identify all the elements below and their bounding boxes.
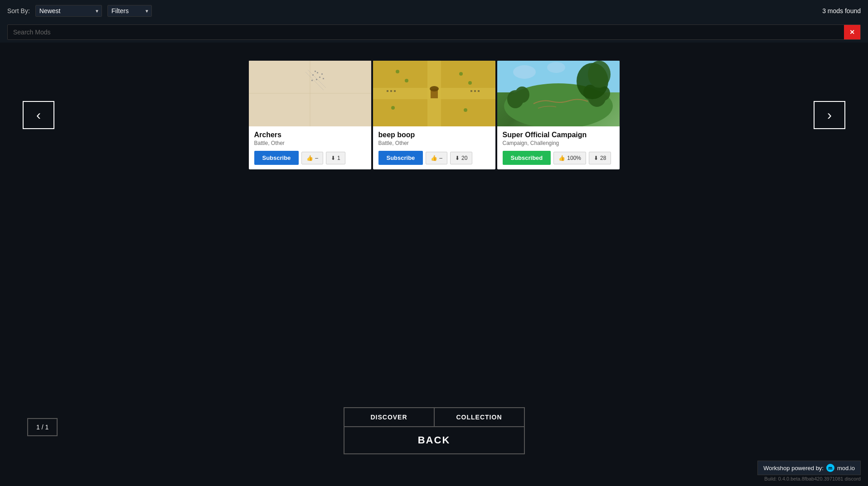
svg-rect-5 (315, 71, 316, 72)
svg-point-40 (547, 62, 565, 73)
modio-logo: m (826, 464, 834, 472)
subscribe-button-archers[interactable]: Subscribe (254, 151, 299, 165)
card-image-archers (249, 61, 371, 126)
left-arrow-icon: ‹ (36, 107, 41, 123)
download-icon-campaign: ⬇ (594, 155, 598, 161)
nav-tabs: DISCOVER COLLECTION (344, 407, 525, 427)
card-body-campaign: Super Official Campaign Campaign, Challe… (497, 126, 620, 169)
svg-rect-18 (396, 70, 399, 73)
svg-rect-9 (311, 80, 313, 81)
svg-rect-29 (478, 90, 480, 92)
svg-rect-26 (394, 90, 396, 92)
likes-button-archers[interactable]: 👍 – (301, 152, 323, 164)
card-body-archers: Archers Battle, Other Subscribe 👍 – ⬇ 1 (249, 126, 371, 169)
filter-dropdown[interactable]: Filters All Battle Campaign Other (107, 5, 152, 17)
svg-rect-10 (323, 78, 324, 79)
thumbs-up-icon-campaign: 👍 (558, 155, 565, 161)
prev-page-button[interactable]: ‹ (23, 101, 54, 129)
svg-rect-6 (319, 77, 320, 78)
card-actions-archers: Subscribe 👍 – ⬇ 1 (254, 151, 366, 165)
subscribe-button-beepboop[interactable]: Subscribe (378, 151, 423, 165)
downloads-count-archers: 1 (337, 155, 340, 161)
svg-rect-22 (391, 106, 395, 110)
card-title-archers: Archers (254, 131, 366, 139)
likes-button-campaign[interactable]: 👍 100% (553, 152, 586, 164)
downloads-button-archers[interactable]: ⬇ 1 (326, 152, 345, 164)
svg-point-38 (588, 61, 611, 88)
download-icon-beepboop: ⬇ (455, 155, 460, 161)
page-indicator: 1 / 1 (27, 418, 58, 436)
svg-rect-27 (470, 90, 472, 92)
subscribed-button-campaign[interactable]: Subscribed (503, 151, 551, 165)
powered-by-label: Workshop powered by: (763, 465, 824, 472)
downloads-button-campaign[interactable]: ⬇ 28 (589, 152, 611, 164)
collection-tab[interactable]: COLLECTION (434, 407, 525, 427)
card-tags-archers: Battle, Other (254, 140, 366, 146)
sort-dropdown[interactable]: Newest Top Rated Most Downloaded (35, 5, 102, 17)
downloads-count-beepboop: 20 (461, 155, 467, 161)
sort-dropdown-wrapper[interactable]: Newest Top Rated Most Downloaded (35, 5, 102, 17)
card-image-campaign (497, 61, 620, 126)
main-content: ‹ (0, 52, 868, 178)
svg-rect-23 (464, 108, 467, 112)
search-input[interactable] (8, 25, 844, 39)
discover-tab[interactable]: DISCOVER (344, 407, 434, 427)
downloads-count-campaign: 28 (600, 155, 606, 161)
svg-rect-19 (405, 79, 408, 82)
likes-button-beepboop[interactable]: 👍 – (426, 152, 447, 164)
svg-point-33 (515, 87, 529, 103)
search-clear-button[interactable]: ✕ (844, 25, 860, 39)
header-toolbar: Sort By: Newest Top Rated Most Downloade… (0, 0, 868, 22)
card-title-beepboop: beep boop (378, 131, 490, 139)
build-info: Build: 0.4.0.beta.8fbab420.3971081 disco… (764, 476, 861, 481)
svg-rect-20 (459, 72, 463, 76)
card-actions-beepboop: Subscribe 👍 – ⬇ 20 (378, 151, 490, 165)
card-image-beepboop (373, 61, 495, 126)
likes-count-archers: – (315, 155, 318, 161)
cards-container: Archers Battle, Other Subscribe 👍 – ⬇ 1 (248, 61, 621, 169)
svg-rect-21 (468, 81, 472, 85)
mod-card-archers: Archers Battle, Other Subscribe 👍 – ⬇ 1 (249, 61, 371, 169)
thumbs-up-icon-beepboop: 👍 (431, 155, 437, 161)
download-icon-archers: ⬇ (331, 155, 335, 161)
card-tags-beepboop: Battle, Other (378, 140, 490, 146)
card-actions-campaign: Subscribed 👍 100% ⬇ 28 (503, 151, 614, 165)
bottom-navigation: DISCOVER COLLECTION BACK (344, 407, 525, 454)
search-wrapper: ✕ (7, 24, 861, 40)
search-bar: ✕ (0, 22, 868, 43)
mod-card-beepboop: beep boop Battle, Other Subscribe 👍 – ⬇ … (373, 61, 495, 169)
mod-card-campaign: Super Official Campaign Campaign, Challe… (497, 61, 620, 169)
svg-point-17 (430, 86, 439, 91)
thumbs-up-icon: 👍 (306, 155, 313, 161)
downloads-button-beepboop[interactable]: ⬇ 20 (450, 152, 472, 164)
footer: Workshop powered by: m mod.io Build: 0.4… (757, 461, 861, 481)
sort-label: Sort By: (7, 7, 30, 14)
likes-count-beepboop: – (439, 155, 442, 161)
svg-rect-8 (321, 73, 323, 75)
right-arrow-icon: › (827, 107, 832, 123)
mods-found-label: 3 mods found (822, 7, 861, 14)
powered-by-badge: Workshop powered by: m mod.io (757, 461, 861, 475)
next-page-button[interactable]: › (814, 101, 845, 129)
svg-rect-25 (390, 90, 392, 92)
svg-rect-28 (474, 90, 476, 92)
svg-rect-4 (317, 72, 318, 73)
svg-rect-24 (387, 90, 388, 92)
card-title-campaign: Super Official Campaign (503, 131, 614, 139)
card-body-beepboop: beep boop Battle, Other Subscribe 👍 – ⬇ … (373, 126, 495, 169)
filter-dropdown-wrapper[interactable]: Filters All Battle Campaign Other (107, 5, 152, 17)
modio-label: mod.io (837, 465, 855, 472)
card-tags-campaign: Campaign, Challenging (503, 140, 614, 146)
svg-point-39 (513, 65, 536, 79)
back-button[interactable]: BACK (344, 427, 525, 454)
likes-count-campaign: 100% (567, 155, 581, 161)
